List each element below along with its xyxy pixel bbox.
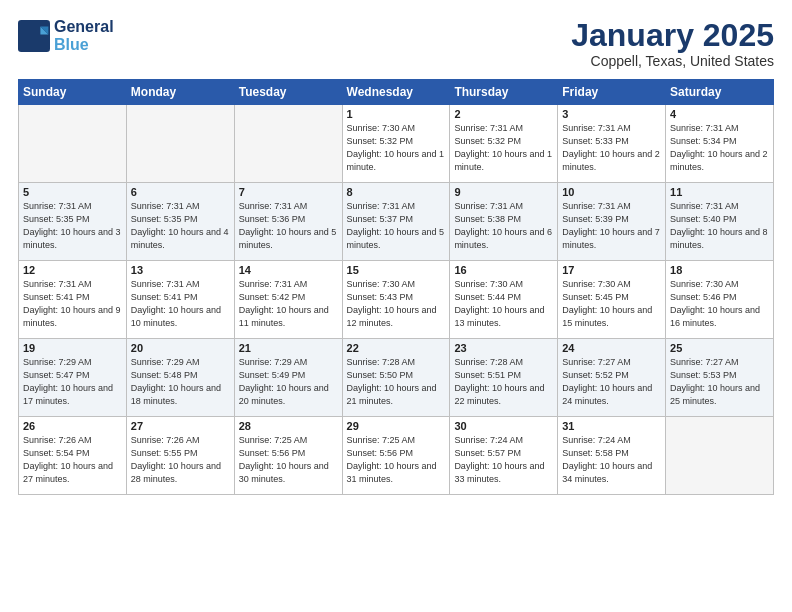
- calendar-cell: 15Sunrise: 7:30 AM Sunset: 5:43 PM Dayli…: [342, 261, 450, 339]
- calendar-cell: 7Sunrise: 7:31 AM Sunset: 5:36 PM Daylig…: [234, 183, 342, 261]
- day-info: Sunrise: 7:30 AM Sunset: 5:46 PM Dayligh…: [670, 278, 769, 330]
- day-number: 30: [454, 420, 553, 432]
- calendar-title: January 2025: [571, 18, 774, 53]
- day-info: Sunrise: 7:27 AM Sunset: 5:53 PM Dayligh…: [670, 356, 769, 408]
- day-info: Sunrise: 7:28 AM Sunset: 5:50 PM Dayligh…: [347, 356, 446, 408]
- calendar-subtitle: Coppell, Texas, United States: [571, 53, 774, 69]
- day-info: Sunrise: 7:31 AM Sunset: 5:41 PM Dayligh…: [23, 278, 122, 330]
- day-info: Sunrise: 7:27 AM Sunset: 5:52 PM Dayligh…: [562, 356, 661, 408]
- weekday-header: Tuesday: [234, 80, 342, 105]
- calendar-cell: 6Sunrise: 7:31 AM Sunset: 5:35 PM Daylig…: [126, 183, 234, 261]
- day-info: Sunrise: 7:30 AM Sunset: 5:43 PM Dayligh…: [347, 278, 446, 330]
- day-number: 2: [454, 108, 553, 120]
- day-number: 5: [23, 186, 122, 198]
- day-number: 26: [23, 420, 122, 432]
- day-info: Sunrise: 7:29 AM Sunset: 5:49 PM Dayligh…: [239, 356, 338, 408]
- day-info: Sunrise: 7:31 AM Sunset: 5:42 PM Dayligh…: [239, 278, 338, 330]
- calendar-cell: 23Sunrise: 7:28 AM Sunset: 5:51 PM Dayli…: [450, 339, 558, 417]
- day-number: 14: [239, 264, 338, 276]
- calendar-cell: 18Sunrise: 7:30 AM Sunset: 5:46 PM Dayli…: [666, 261, 774, 339]
- day-info: Sunrise: 7:30 AM Sunset: 5:44 PM Dayligh…: [454, 278, 553, 330]
- calendar-week-row: 12Sunrise: 7:31 AM Sunset: 5:41 PM Dayli…: [19, 261, 774, 339]
- calendar-cell: 4Sunrise: 7:31 AM Sunset: 5:34 PM Daylig…: [666, 105, 774, 183]
- calendar-cell: 31Sunrise: 7:24 AM Sunset: 5:58 PM Dayli…: [558, 417, 666, 495]
- day-number: 24: [562, 342, 661, 354]
- day-number: 19: [23, 342, 122, 354]
- calendar-cell: 2Sunrise: 7:31 AM Sunset: 5:32 PM Daylig…: [450, 105, 558, 183]
- day-info: Sunrise: 7:25 AM Sunset: 5:56 PM Dayligh…: [239, 434, 338, 486]
- day-number: 18: [670, 264, 769, 276]
- day-info: Sunrise: 7:28 AM Sunset: 5:51 PM Dayligh…: [454, 356, 553, 408]
- calendar-page: General Blue January 2025 Coppell, Texas…: [0, 0, 792, 612]
- calendar-cell: [234, 105, 342, 183]
- header: General Blue January 2025 Coppell, Texas…: [18, 18, 774, 69]
- calendar-cell: 17Sunrise: 7:30 AM Sunset: 5:45 PM Dayli…: [558, 261, 666, 339]
- day-info: Sunrise: 7:31 AM Sunset: 5:35 PM Dayligh…: [23, 200, 122, 252]
- day-number: 9: [454, 186, 553, 198]
- day-info: Sunrise: 7:29 AM Sunset: 5:48 PM Dayligh…: [131, 356, 230, 408]
- calendar-cell: 12Sunrise: 7:31 AM Sunset: 5:41 PM Dayli…: [19, 261, 127, 339]
- calendar-cell: 27Sunrise: 7:26 AM Sunset: 5:55 PM Dayli…: [126, 417, 234, 495]
- day-number: 11: [670, 186, 769, 198]
- day-number: 20: [131, 342, 230, 354]
- day-info: Sunrise: 7:31 AM Sunset: 5:37 PM Dayligh…: [347, 200, 446, 252]
- day-info: Sunrise: 7:26 AM Sunset: 5:54 PM Dayligh…: [23, 434, 122, 486]
- calendar-cell: 13Sunrise: 7:31 AM Sunset: 5:41 PM Dayli…: [126, 261, 234, 339]
- calendar-week-row: 1Sunrise: 7:30 AM Sunset: 5:32 PM Daylig…: [19, 105, 774, 183]
- calendar-cell: 9Sunrise: 7:31 AM Sunset: 5:38 PM Daylig…: [450, 183, 558, 261]
- calendar-cell: 11Sunrise: 7:31 AM Sunset: 5:40 PM Dayli…: [666, 183, 774, 261]
- calendar-cell: 8Sunrise: 7:31 AM Sunset: 5:37 PM Daylig…: [342, 183, 450, 261]
- day-number: 12: [23, 264, 122, 276]
- day-number: 7: [239, 186, 338, 198]
- weekday-header: Friday: [558, 80, 666, 105]
- calendar-cell: 20Sunrise: 7:29 AM Sunset: 5:48 PM Dayli…: [126, 339, 234, 417]
- calendar-cell: [19, 105, 127, 183]
- calendar-cell: 29Sunrise: 7:25 AM Sunset: 5:56 PM Dayli…: [342, 417, 450, 495]
- day-number: 23: [454, 342, 553, 354]
- day-info: Sunrise: 7:30 AM Sunset: 5:45 PM Dayligh…: [562, 278, 661, 330]
- day-info: Sunrise: 7:29 AM Sunset: 5:47 PM Dayligh…: [23, 356, 122, 408]
- calendar-cell: [126, 105, 234, 183]
- calendar-cell: [666, 417, 774, 495]
- calendar-cell: 30Sunrise: 7:24 AM Sunset: 5:57 PM Dayli…: [450, 417, 558, 495]
- day-number: 10: [562, 186, 661, 198]
- day-number: 22: [347, 342, 446, 354]
- calendar-cell: 16Sunrise: 7:30 AM Sunset: 5:44 PM Dayli…: [450, 261, 558, 339]
- weekday-header: Thursday: [450, 80, 558, 105]
- weekday-header: Wednesday: [342, 80, 450, 105]
- day-number: 17: [562, 264, 661, 276]
- day-info: Sunrise: 7:31 AM Sunset: 5:36 PM Dayligh…: [239, 200, 338, 252]
- calendar-cell: 26Sunrise: 7:26 AM Sunset: 5:54 PM Dayli…: [19, 417, 127, 495]
- day-number: 6: [131, 186, 230, 198]
- svg-rect-0: [18, 20, 50, 52]
- calendar-week-row: 5Sunrise: 7:31 AM Sunset: 5:35 PM Daylig…: [19, 183, 774, 261]
- day-info: Sunrise: 7:25 AM Sunset: 5:56 PM Dayligh…: [347, 434, 446, 486]
- logo: General Blue: [18, 18, 114, 53]
- calendar-week-row: 19Sunrise: 7:29 AM Sunset: 5:47 PM Dayli…: [19, 339, 774, 417]
- header-row: SundayMondayTuesdayWednesdayThursdayFrid…: [19, 80, 774, 105]
- calendar-cell: 21Sunrise: 7:29 AM Sunset: 5:49 PM Dayli…: [234, 339, 342, 417]
- calendar-table: SundayMondayTuesdayWednesdayThursdayFrid…: [18, 79, 774, 495]
- calendar-cell: 25Sunrise: 7:27 AM Sunset: 5:53 PM Dayli…: [666, 339, 774, 417]
- calendar-cell: 19Sunrise: 7:29 AM Sunset: 5:47 PM Dayli…: [19, 339, 127, 417]
- logo-text: General Blue: [54, 18, 114, 53]
- day-info: Sunrise: 7:31 AM Sunset: 5:35 PM Dayligh…: [131, 200, 230, 252]
- day-number: 16: [454, 264, 553, 276]
- calendar-cell: 10Sunrise: 7:31 AM Sunset: 5:39 PM Dayli…: [558, 183, 666, 261]
- title-block: January 2025 Coppell, Texas, United Stat…: [571, 18, 774, 69]
- day-number: 1: [347, 108, 446, 120]
- day-info: Sunrise: 7:24 AM Sunset: 5:57 PM Dayligh…: [454, 434, 553, 486]
- weekday-header: Sunday: [19, 80, 127, 105]
- day-number: 25: [670, 342, 769, 354]
- weekday-header: Monday: [126, 80, 234, 105]
- day-number: 15: [347, 264, 446, 276]
- day-info: Sunrise: 7:26 AM Sunset: 5:55 PM Dayligh…: [131, 434, 230, 486]
- day-number: 21: [239, 342, 338, 354]
- day-info: Sunrise: 7:31 AM Sunset: 5:32 PM Dayligh…: [454, 122, 553, 174]
- day-info: Sunrise: 7:31 AM Sunset: 5:40 PM Dayligh…: [670, 200, 769, 252]
- calendar-week-row: 26Sunrise: 7:26 AM Sunset: 5:54 PM Dayli…: [19, 417, 774, 495]
- calendar-cell: 22Sunrise: 7:28 AM Sunset: 5:50 PM Dayli…: [342, 339, 450, 417]
- day-info: Sunrise: 7:31 AM Sunset: 5:34 PM Dayligh…: [670, 122, 769, 174]
- day-number: 8: [347, 186, 446, 198]
- calendar-cell: 1Sunrise: 7:30 AM Sunset: 5:32 PM Daylig…: [342, 105, 450, 183]
